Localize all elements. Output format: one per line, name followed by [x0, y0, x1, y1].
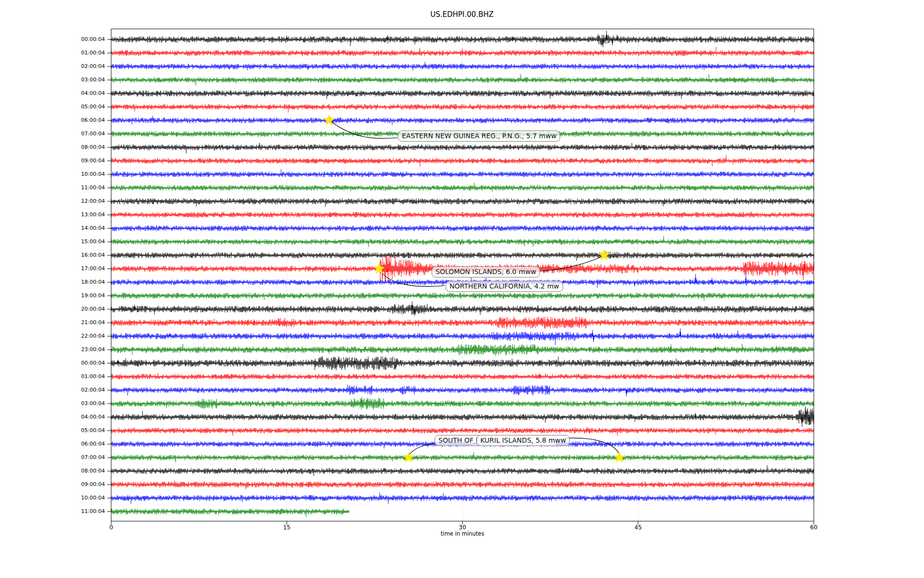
row-time-label: 20:00:04 — [64, 306, 105, 313]
figure: US.EDHPI.00.BHZ 01530456000:00:0401:00:0… — [0, 0, 924, 578]
trace-row-3 — [111, 74, 814, 86]
event-annotation: KURIL ISLANDS, 5.8 mww — [476, 435, 570, 446]
trace-row-15 — [111, 236, 814, 247]
event-annotation: EASTERN NEW GUINEA REG., P.N.G., 5.7 mww — [398, 131, 560, 142]
row-time-label: 05:00:04 — [64, 104, 105, 110]
row-time-label: 08:00:04 — [64, 468, 105, 474]
trace-row-4 — [111, 90, 814, 99]
row-time-label: 06:00:04 — [64, 117, 105, 124]
row-time-label: 19:00:04 — [64, 292, 105, 299]
event-arrow — [332, 122, 398, 138]
x-tick-label: 15 — [272, 524, 301, 531]
x-tick-label: 30 — [448, 524, 477, 531]
trace-row-14 — [111, 225, 814, 232]
trace-row-35 — [111, 509, 349, 517]
row-time-label: 12:00:04 — [64, 198, 105, 205]
row-time-label: 22:00:04 — [64, 333, 105, 340]
row-time-label: 07:00:04 — [64, 131, 105, 137]
x-tick-label: 45 — [624, 524, 653, 531]
row-time-label: 21:00:04 — [64, 319, 105, 326]
trace-row-20 — [111, 302, 814, 316]
row-time-label: 18:00:04 — [64, 279, 105, 286]
trace-row-16 — [111, 251, 814, 261]
row-time-label: 09:00:04 — [64, 158, 105, 164]
x-tick-label: 0 — [97, 524, 126, 531]
row-time-label: 08:00:04 — [64, 144, 105, 151]
row-time-label: 23:00:04 — [64, 346, 105, 353]
event-star-icon — [598, 249, 610, 261]
row-time-label: 11:00:04 — [64, 184, 105, 191]
trace-row-12 — [111, 198, 814, 207]
row-time-label: 10:00:04 — [64, 171, 105, 178]
event-annotation: SOLOMON ISLANDS, 6.0 mww — [432, 266, 540, 277]
trace-row-8 — [111, 143, 814, 153]
x-tick-label: 60 — [799, 524, 828, 531]
event-star-icon — [323, 114, 335, 126]
row-time-label: 05:00:04 — [64, 427, 105, 434]
row-time-label: 01:00:04 — [64, 373, 105, 380]
row-time-label: 06:00:04 — [64, 441, 105, 447]
trace-row-27 — [111, 397, 814, 409]
trace-row-34 — [111, 493, 814, 504]
row-time-label: 10:00:04 — [64, 495, 105, 501]
row-time-label: 15:00:04 — [64, 238, 105, 245]
trace-row-13 — [111, 212, 814, 218]
row-time-label: 11:00:04 — [64, 508, 105, 515]
row-time-label: 02:00:04 — [64, 63, 105, 70]
trace-row-22 — [111, 328, 814, 345]
row-time-label: 07:00:04 — [64, 454, 105, 461]
trace-row-11 — [111, 183, 814, 192]
row-time-label: 17:00:04 — [64, 265, 105, 272]
row-time-label: 16:00:04 — [64, 252, 105, 259]
row-time-label: 03:00:04 — [64, 77, 105, 83]
row-time-label: 09:00:04 — [64, 481, 105, 488]
trace-row-28 — [111, 407, 814, 427]
row-time-label: 04:00:04 — [64, 90, 105, 97]
row-time-label: 04:00:04 — [64, 414, 105, 420]
row-time-label: 01:00:04 — [64, 50, 105, 56]
trace-row-29 — [111, 427, 814, 436]
row-time-label: 03:00:04 — [64, 400, 105, 407]
trace-row-21 — [111, 316, 814, 328]
event-star-icon — [403, 451, 415, 463]
row-time-label: 02:00:04 — [64, 387, 105, 394]
event-star-icon — [373, 263, 385, 274]
trace-row-10 — [111, 170, 814, 177]
row-time-label: 00:00:04 — [64, 36, 105, 43]
trace-row-2 — [111, 62, 814, 70]
trace-row-9 — [111, 155, 814, 167]
x-axis-label: time in minutes — [111, 530, 814, 537]
event-annotation: NORTHERN CALIFORNIA, 4.2 mw — [446, 281, 563, 292]
trace-row-23 — [111, 344, 814, 356]
row-time-label: 14:00:04 — [64, 225, 105, 232]
row-time-label: 13:00:04 — [64, 211, 105, 218]
trace-row-26 — [111, 384, 814, 396]
row-time-label: 00:00:04 — [64, 360, 105, 367]
event-star-icon — [614, 451, 626, 463]
